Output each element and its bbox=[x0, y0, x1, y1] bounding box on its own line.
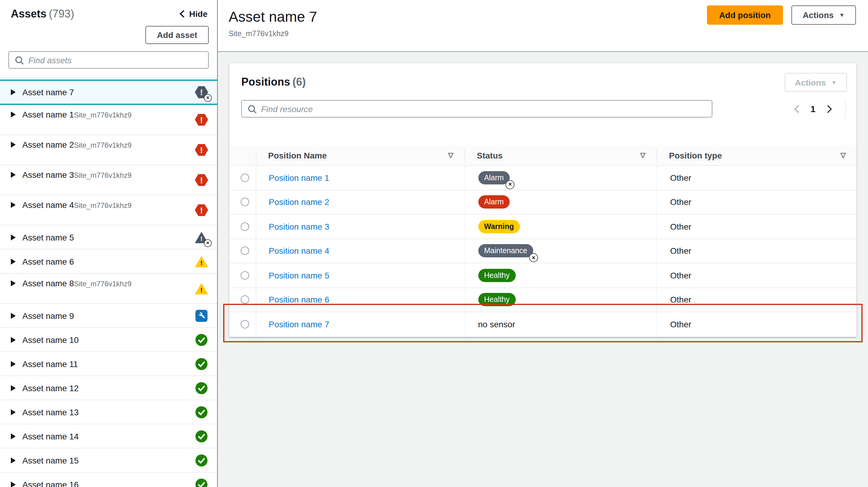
expand-arrow-icon[interactable] bbox=[11, 111, 16, 118]
hide-panel-button[interactable]: Hide bbox=[179, 9, 208, 19]
header-actions: Add position Actions ▼ bbox=[707, 5, 856, 25]
asset-list-item[interactable]: Asset name 12 bbox=[0, 376, 217, 400]
asset-item-text: Asset name 3Site_m776v1khz9 bbox=[22, 169, 131, 180]
asset-site: Site_m776v1khz9 bbox=[74, 280, 131, 288]
asset-site: Site_m776v1khz9 bbox=[74, 171, 131, 180]
app: Assets (793) Hide Add asset Asset name 7… bbox=[0, 0, 868, 487]
row-radio-button[interactable] bbox=[241, 320, 249, 329]
column-header-status[interactable]: Status ▽ bbox=[464, 145, 656, 165]
column-header-position-name[interactable]: Position Name ▽ bbox=[255, 145, 464, 165]
position-name-link[interactable]: Position name 1 bbox=[269, 173, 329, 183]
expand-arrow-icon[interactable] bbox=[11, 89, 16, 95]
expand-arrow-icon[interactable] bbox=[11, 313, 16, 319]
next-page-button[interactable] bbox=[822, 102, 837, 116]
expand-arrow-icon[interactable] bbox=[11, 234, 16, 240]
asset-search-input[interactable] bbox=[8, 51, 209, 69]
status-cell: Maintenance× bbox=[464, 239, 656, 263]
table-row: Position name 6HealthyOther bbox=[229, 288, 857, 312]
row-radio-button[interactable] bbox=[241, 222, 249, 231]
asset-item-text: Asset name 1Site_m776v1khz9 bbox=[22, 109, 131, 120]
asset-name: Asset name 9 bbox=[22, 311, 74, 321]
positions-panel-header: Positions (6) Actions ▼ bbox=[229, 63, 857, 92]
positions-table: Position Name ▽ Status ▽ Position type ▽… bbox=[229, 145, 857, 336]
position-name-link[interactable]: Position name 6 bbox=[269, 295, 329, 305]
actions-dropdown-button[interactable]: Actions ▼ bbox=[791, 5, 856, 25]
position-name-link[interactable]: Position name 5 bbox=[269, 271, 329, 280]
asset-list-item[interactable]: Asset name 11 bbox=[0, 352, 217, 376]
table-row: Position name 7no sensorOther bbox=[229, 312, 857, 336]
expand-arrow-icon[interactable] bbox=[11, 202, 16, 208]
asset-item-text: Asset name 7 bbox=[22, 87, 74, 98]
expand-arrow-icon[interactable] bbox=[11, 482, 16, 487]
row-radio-button[interactable] bbox=[241, 173, 249, 182]
row-radio-button[interactable] bbox=[241, 296, 249, 304]
column-header-position-type[interactable]: Position type ▽ bbox=[656, 145, 857, 165]
filter-icon[interactable]: ▽ bbox=[640, 151, 645, 159]
expand-arrow-icon[interactable] bbox=[11, 142, 16, 148]
status-badge: Alarm× bbox=[478, 171, 510, 185]
asset-list-item[interactable]: Asset name 3Site_m776v1khz9! bbox=[0, 165, 217, 195]
expand-arrow-icon[interactable] bbox=[11, 172, 16, 178]
asset-item-text: Asset name 9 bbox=[22, 311, 74, 321]
status-badge-label: Alarm bbox=[484, 174, 504, 182]
filter-icon[interactable]: ▽ bbox=[448, 151, 453, 159]
position-name-link[interactable]: Position name 7 bbox=[269, 320, 329, 329]
asset-list-item[interactable]: Asset name 13 bbox=[0, 400, 217, 424]
status-cell: Healthy bbox=[464, 288, 656, 312]
asset-item-text: Asset name 10 bbox=[22, 334, 79, 345]
asset-list-item[interactable]: Asset name 7!× bbox=[0, 79, 217, 105]
expand-arrow-icon[interactable] bbox=[11, 259, 16, 265]
expand-arrow-icon[interactable] bbox=[11, 280, 16, 286]
asset-list-item[interactable]: Asset name 2Site_m776v1khz9! bbox=[0, 135, 217, 165]
asset-list: Asset name 7!×Asset name 1Site_m776v1khz… bbox=[0, 79, 217, 487]
previous-page-button[interactable] bbox=[789, 102, 804, 116]
asset-list-item[interactable]: Asset name 16 bbox=[0, 473, 217, 487]
warning-icon: ! bbox=[195, 255, 208, 267]
asset-list-item[interactable]: Asset name 8Site_m776v1khz9! bbox=[0, 273, 217, 304]
expand-arrow-icon[interactable] bbox=[11, 337, 16, 343]
sidebar-toolbar: Add asset bbox=[0, 26, 217, 44]
maintenance-icon bbox=[195, 310, 208, 322]
position-name-link[interactable]: Position name 2 bbox=[269, 197, 329, 207]
filter-icon[interactable]: ▽ bbox=[841, 151, 846, 159]
expand-arrow-icon[interactable] bbox=[11, 385, 16, 391]
add-position-button[interactable]: Add position bbox=[707, 5, 783, 25]
positions-actions-button[interactable]: Actions ▼ bbox=[784, 73, 847, 92]
table-row: Position name 1Alarm×Other bbox=[229, 166, 857, 190]
position-name-cell: Position name 1 bbox=[255, 166, 464, 190]
positions-title: Positions (6) bbox=[241, 76, 306, 89]
pagination: 1 bbox=[789, 99, 847, 118]
position-type-cell: Other bbox=[656, 263, 857, 287]
asset-name: Asset name 8 bbox=[22, 279, 74, 288]
row-radio-button[interactable] bbox=[241, 198, 249, 206]
resource-search-input[interactable] bbox=[241, 100, 712, 118]
asset-list-item[interactable]: Asset name 4Site_m776v1khz9! bbox=[0, 195, 217, 225]
row-select-cell bbox=[229, 263, 255, 287]
add-asset-button[interactable]: Add asset bbox=[145, 26, 209, 44]
position-name-link[interactable]: Position name 3 bbox=[269, 222, 329, 231]
expand-arrow-icon[interactable] bbox=[11, 409, 16, 415]
table-header: Position Name ▽ Status ▽ Position type ▽ bbox=[229, 145, 857, 166]
expand-arrow-icon[interactable] bbox=[11, 361, 16, 367]
asset-search bbox=[8, 51, 209, 69]
status-badge: Warning bbox=[478, 220, 520, 233]
asset-list-item[interactable]: Asset name 15 bbox=[0, 448, 217, 473]
asset-item-text: Asset name 14 bbox=[22, 431, 79, 442]
table-row: Position name 2AlarmOther bbox=[229, 190, 857, 215]
position-name-link[interactable]: Position name 4 bbox=[269, 246, 329, 256]
asset-name: Asset name 16 bbox=[22, 480, 79, 487]
row-radio-button[interactable] bbox=[241, 271, 249, 280]
expand-arrow-icon[interactable] bbox=[11, 433, 16, 440]
asset-name: Asset name 15 bbox=[22, 456, 79, 465]
expand-arrow-icon[interactable] bbox=[11, 457, 16, 463]
asset-list-item[interactable]: Asset name 10 bbox=[0, 328, 217, 352]
asset-list-item[interactable]: Asset name 9 bbox=[0, 304, 217, 328]
asset-list-item[interactable]: Asset name 1Site_m776v1khz9! bbox=[0, 105, 217, 135]
current-page[interactable]: 1 bbox=[810, 104, 815, 114]
asset-site: Site_m776v1khz9 bbox=[74, 141, 131, 150]
asset-list-item[interactable]: Asset name 14 bbox=[0, 424, 217, 448]
asset-list-item[interactable]: Asset name 6! bbox=[0, 250, 217, 273]
row-select-cell bbox=[229, 239, 255, 263]
asset-list-item[interactable]: Asset name 5!× bbox=[0, 225, 217, 250]
row-radio-button[interactable] bbox=[241, 247, 249, 255]
